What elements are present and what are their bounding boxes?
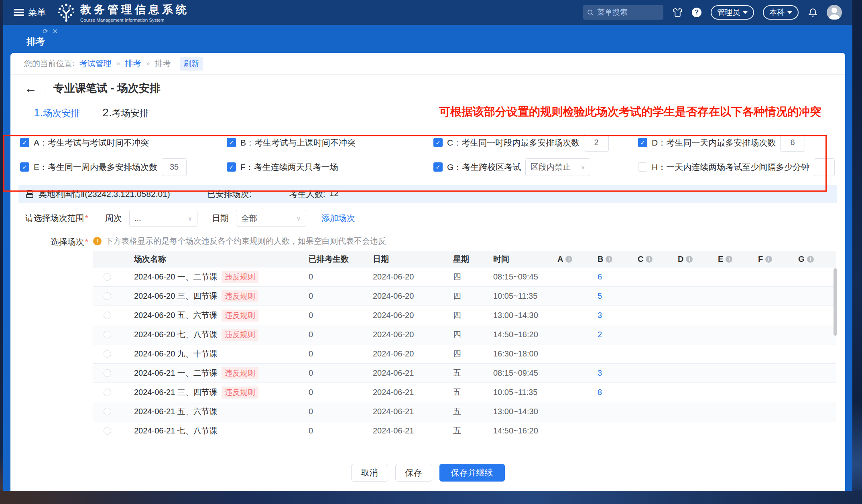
menu-label[interactable]: 菜单 xyxy=(28,6,46,18)
rule-number-input[interactable]: 35 xyxy=(162,158,187,176)
info-icon[interactable]: i xyxy=(686,256,693,263)
rule-label: F：考生连续两天只考一场 xyxy=(240,162,338,173)
brand-subtitle: Course Management Information System xyxy=(80,18,189,22)
tab-exam-scheduling[interactable]: 排考 xyxy=(26,35,45,48)
sessions-table: 场次名称已排考生数日期星期时间AiBiCiDiEiFiGi 2024-06-20… xyxy=(93,251,836,435)
row-radio[interactable] xyxy=(104,350,111,358)
rule-checkbox[interactable]: ✓ xyxy=(20,162,29,172)
cancel-button[interactable]: 取消 xyxy=(351,464,388,482)
student-count-label: 考生人数: xyxy=(289,188,325,200)
count-cell: 0 xyxy=(300,388,368,397)
session-name-cell: 2024-06-21 七、八节课 xyxy=(121,425,300,435)
scrollbar-thumb[interactable] xyxy=(834,268,837,336)
info-icon[interactable]: i xyxy=(606,256,612,263)
rule-value-B: 2 xyxy=(593,330,633,339)
brand-title: 教务管理信息系统 xyxy=(80,2,189,17)
rule-number-input[interactable] xyxy=(814,158,835,176)
row-radio[interactable] xyxy=(104,292,111,300)
rule-number-input[interactable]: 6 xyxy=(780,134,805,152)
back-arrow-icon[interactable]: ← xyxy=(24,82,37,95)
rule-checkbox[interactable]: ✓ xyxy=(433,162,443,172)
rule-checkbox[interactable] xyxy=(638,162,647,172)
table-scrollbar[interactable] xyxy=(834,268,837,433)
table-row: 2024-06-20 五、六节课违反规则02024-06-20四13:00~14… xyxy=(93,306,836,325)
rule-violation-count[interactable]: 8 xyxy=(598,388,602,397)
help-icon[interactable]: ? xyxy=(691,7,702,18)
user-avatar[interactable] xyxy=(827,5,842,20)
hamburger-menu-icon[interactable] xyxy=(14,9,24,16)
breadcrumb-current: 排考 xyxy=(155,58,171,69)
tab-refresh-icon[interactable]: ⟳ xyxy=(43,27,48,36)
radio-cell xyxy=(93,273,121,281)
breadcrumb-link-exam-scheduling[interactable]: 排考 xyxy=(125,58,141,69)
rule-violation-count[interactable]: 5 xyxy=(598,291,602,301)
tab-close-icon[interactable]: ✕ xyxy=(52,27,58,36)
date-select[interactable]: 全部∨ xyxy=(236,210,306,227)
info-icon[interactable]: i xyxy=(765,256,772,263)
rule-label: E：考生同一周内最多安排场次数 xyxy=(34,162,157,173)
count-cell: 0 xyxy=(300,272,368,281)
table-row: 2024-06-21 三、四节课违反规则02024-06-21五10:05~11… xyxy=(93,383,836,402)
count-cell: 0 xyxy=(300,311,368,320)
rule-checkbox[interactable]: ✓ xyxy=(638,138,647,147)
info-icon[interactable]: i xyxy=(726,256,732,263)
title-divider xyxy=(45,83,45,94)
breadcrumb-link-exam-management[interactable]: 考试管理 xyxy=(79,58,112,69)
add-session-link[interactable]: 添加场次 xyxy=(321,213,355,224)
rule-label: D：考生同一天内最多安排场次数 xyxy=(652,137,776,148)
footer-actions: 取消 保存 保存并继续 xyxy=(10,454,845,491)
time-cell: 16:30~18:00 xyxy=(488,349,553,358)
rule-checkbox[interactable]: ✓ xyxy=(433,138,443,147)
session-range-row: 请选择场次范围* 周次 ...∨ 日期 全部∨ 添加场次 xyxy=(10,203,845,232)
rule-label: A：考生考试与考试时间不冲突 xyxy=(34,137,149,148)
rule-value-B: 5 xyxy=(593,291,633,301)
rule-checkbox[interactable]: ✓ xyxy=(227,138,236,147)
step-session-arrangement[interactable]: 1.场次安排 xyxy=(34,106,80,119)
rule-select[interactable]: 区段内禁止∨ xyxy=(525,158,590,176)
date-label: 日期 xyxy=(212,213,229,224)
rule-violation-count[interactable]: 3 xyxy=(598,368,602,378)
row-radio[interactable] xyxy=(104,369,111,377)
info-icon[interactable]: i xyxy=(565,256,572,263)
refresh-button[interactable]: 刷新 xyxy=(180,57,203,71)
time-cell: 13:00~14:30 xyxy=(488,407,553,416)
table-row: 2024-06-21 一、二节课违反规则02024-06-21五08:15~09… xyxy=(93,364,836,383)
radio-cell xyxy=(93,292,121,300)
rule-number-input[interactable]: 2 xyxy=(584,134,609,152)
violation-badge: 违反规则 xyxy=(222,329,258,341)
menu-search-input[interactable] xyxy=(597,8,657,17)
rule-checkbox[interactable]: ✓ xyxy=(227,162,236,172)
bell-icon[interactable] xyxy=(807,7,818,18)
rule-violation-count[interactable]: 2 xyxy=(598,330,602,339)
theme-shirt-icon[interactable] xyxy=(672,7,683,18)
rule-violation-count[interactable]: 3 xyxy=(598,311,602,320)
header-cell: 已排考生数 xyxy=(300,254,368,265)
role-dropdown[interactable]: 管理员 xyxy=(711,5,754,20)
row-radio[interactable] xyxy=(104,312,111,319)
row-radio[interactable] xyxy=(104,389,111,396)
save-continue-button[interactable]: 保存并继续 xyxy=(439,464,505,482)
steps-row: 1.场次安排 2.考场安排 可根据该部分设置的规则检验此场次考试的学生是否存在以… xyxy=(10,98,845,126)
info-icon[interactable]: i xyxy=(807,256,814,263)
row-radio[interactable] xyxy=(104,273,111,281)
session-name-cell: 2024-06-21 三、四节课违反规则 xyxy=(121,387,300,399)
table-hint-text: 下方表格显示的是每个场次违反各个约束规则的人数，如果空白则代表不会违反 xyxy=(105,236,386,247)
row-radio[interactable] xyxy=(104,331,111,338)
chevron-down-icon xyxy=(787,11,792,14)
step-room-arrangement[interactable]: 2.考场安排 xyxy=(102,106,148,119)
rule-violation-count[interactable]: 6 xyxy=(598,272,602,281)
session-name: 2024-06-20 一、二节课 xyxy=(134,271,218,282)
row-radio[interactable] xyxy=(104,408,111,415)
tab-strip: ⟳ ✕ 排考 xyxy=(3,25,852,53)
time-cell: 13:00~14:30 xyxy=(488,311,553,320)
page-title: 专业课笔试 - 场次安排 xyxy=(53,81,161,95)
campus-dropdown[interactable]: 本科 xyxy=(763,5,799,20)
rule-checkbox[interactable]: ✓ xyxy=(20,138,29,147)
menu-search[interactable] xyxy=(583,5,663,20)
week-select[interactable]: ...∨ xyxy=(129,210,197,227)
student-count-value: 12 xyxy=(329,188,339,200)
save-button[interactable]: 保存 xyxy=(395,464,432,482)
row-radio[interactable] xyxy=(104,427,111,435)
info-icon[interactable]: i xyxy=(646,256,653,263)
breadcrumb: 您的当前位置: 考试管理 » 排考 » 排考 刷新 xyxy=(10,53,845,75)
